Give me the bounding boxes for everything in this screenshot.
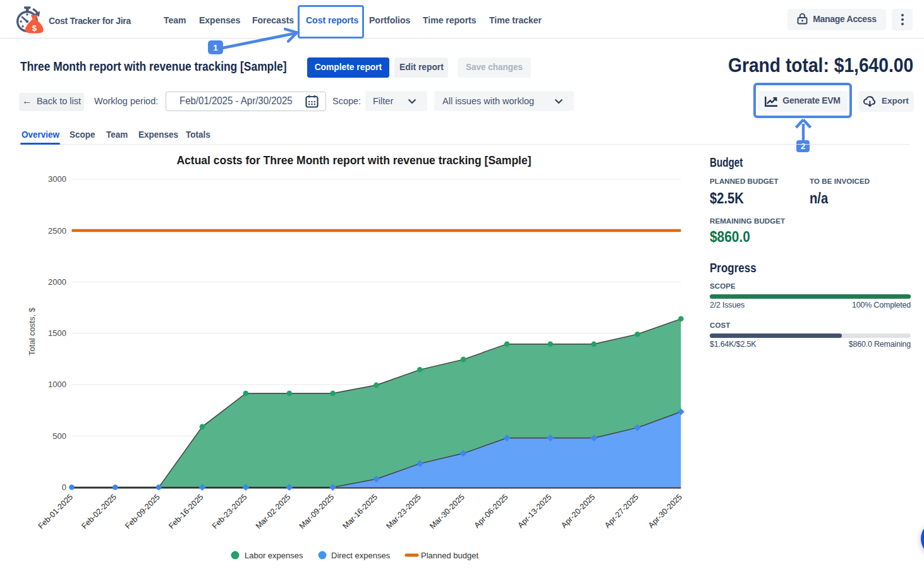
svg-text:Feb-23-2025: Feb-23-2025 [210, 493, 249, 531]
svg-text:Feb-09-2025: Feb-09-2025 [123, 493, 162, 531]
svg-text:2000: 2000 [48, 277, 66, 287]
svg-text:Mar-30-2025: Mar-30-2025 [428, 493, 466, 531]
svg-text:Apr-20-2025: Apr-20-2025 [559, 493, 597, 530]
svg-text:Mar-16-2025: Mar-16-2025 [341, 493, 380, 531]
svg-text:1500: 1500 [48, 328, 66, 338]
svg-text:Planned budget: Planned budget [421, 551, 478, 560]
svg-text:Mar-09-2025: Mar-09-2025 [298, 493, 336, 531]
svg-text:$: $ [32, 23, 37, 33]
svg-text:Apr-13-2025: Apr-13-2025 [516, 493, 553, 530]
svg-text:Feb-16-2025: Feb-16-2025 [167, 493, 205, 531]
svg-text:Apr-30-2025: Apr-30-2025 [647, 493, 684, 530]
svg-text:0: 0 [62, 483, 66, 492]
svg-text:3000: 3000 [48, 174, 66, 184]
svg-text:Feb-02-2025: Feb-02-2025 [80, 493, 118, 531]
svg-text:Apr-06-2025: Apr-06-2025 [473, 493, 510, 530]
svg-text:1000: 1000 [48, 380, 66, 389]
svg-text:Feb-01-2025: Feb-01-2025 [37, 493, 75, 531]
svg-text:Actual costs for Three Month r: Actual costs for Three Month report with… [176, 154, 531, 167]
svg-text:Total costs, $: Total costs, $ [27, 307, 37, 356]
svg-text:500: 500 [52, 431, 66, 441]
svg-text:Mar-23-2025: Mar-23-2025 [384, 493, 423, 531]
svg-text:Apr-27-2025: Apr-27-2025 [603, 493, 640, 530]
svg-text:Direct expenses: Direct expenses [331, 551, 391, 560]
svg-text:Mar-02-2025: Mar-02-2025 [254, 493, 293, 531]
svg-text:Labor expenses: Labor expenses [245, 551, 303, 560]
svg-text:2500: 2500 [48, 226, 66, 236]
